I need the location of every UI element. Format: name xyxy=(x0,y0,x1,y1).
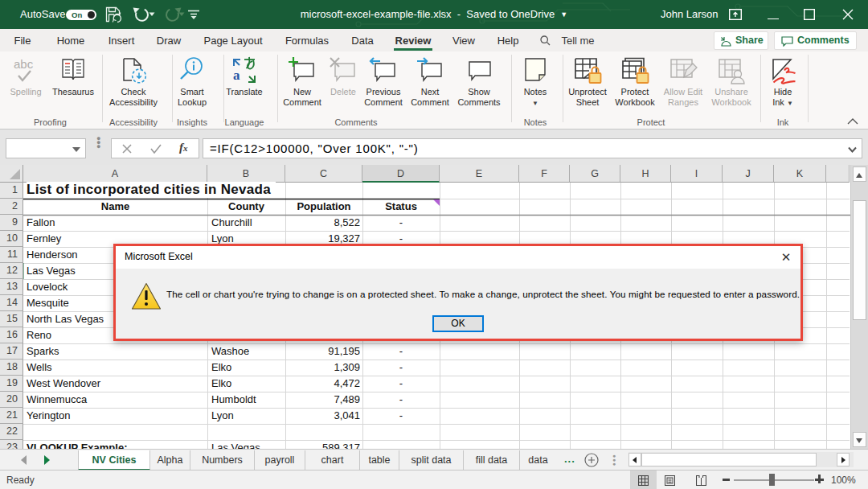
svg-text:a: a xyxy=(233,68,240,83)
svg-text:abc: abc xyxy=(14,57,34,71)
